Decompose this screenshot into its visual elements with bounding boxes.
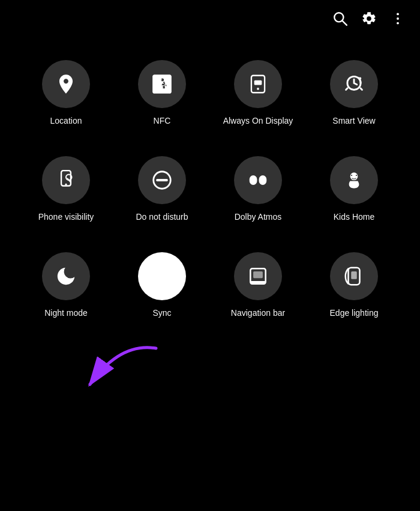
svg-rect-22 [253,271,263,278]
location-tile[interactable]: Location [18,48,114,144]
dnd-label: Do not disturb [136,211,188,222]
nfc-tile[interactable]: NFC NFC [114,48,210,144]
more-options-icon[interactable] [390,11,406,30]
location-icon-circle [42,60,90,108]
aod-icon-circle [234,60,282,108]
location-label: Location [50,115,82,126]
dnd-icon-circle [138,156,186,204]
search-icon[interactable] [332,11,348,30]
nfc-label: NFC [154,115,171,126]
svg-text:NFC: NFC [155,82,169,89]
svg-rect-15 [250,175,257,185]
smart-view-tile[interactable]: Smart View [306,48,402,144]
svg-rect-16 [259,175,267,185]
top-bar [0,0,420,36]
phone-visibility-label: Phone visibility [38,211,94,222]
svg-point-3 [397,17,399,20]
smart-view-label: Smart View [332,115,375,126]
navigation-bar-tile[interactable]: Navigation bar [210,240,306,336]
svg-point-8 [257,88,259,90]
night-mode-icon-circle [42,252,90,300]
sync-tile[interactable]: Sync [114,240,210,336]
dolby-atmos-tile[interactable]: Dolby Atmos [210,144,306,240]
nfc-icon-circle: NFC [138,60,186,108]
kids-home-tile[interactable]: Kids Home [306,144,402,240]
arrow-annotation [60,336,180,408]
svg-point-19 [356,175,357,176]
svg-rect-7 [254,80,262,85]
dolby-icon-circle [234,156,282,204]
edge-lighting-tile[interactable]: Edge lighting [306,240,402,336]
navbar-icon-circle [234,252,282,300]
phone-visibility-icon-circle [42,156,90,204]
settings-icon[interactable] [361,11,377,30]
kids-home-label: Kids Home [334,211,374,222]
svg-point-4 [397,22,399,25]
kids-home-icon-circle [330,156,378,204]
dnd-tile[interactable]: Do not disturb [114,144,210,240]
svg-point-2 [397,13,399,15]
svg-rect-24 [351,271,357,279]
edge-lighting-icon-circle [330,252,378,300]
dolby-label: Dolby Atmos [235,211,282,222]
svg-point-9 [359,77,361,80]
phone-visibility-tile[interactable]: Phone visibility [18,144,114,240]
sync-label: Sync [152,307,171,318]
svg-line-1 [343,21,347,25]
sync-icon-circle [138,252,186,300]
smart-view-icon-circle [330,60,378,108]
svg-point-18 [351,175,352,176]
svg-point-11 [65,184,67,186]
navbar-label: Navigation bar [231,307,285,318]
night-mode-tile[interactable]: Night mode [18,240,114,336]
night-mode-label: Night mode [44,307,88,318]
svg-rect-21 [250,281,265,284]
aod-label: Always On Display [223,115,293,126]
always-on-display-tile[interactable]: Always On Display [210,48,306,144]
edge-lighting-label: Edge lighting [330,307,379,318]
quick-settings-grid: Location NFC NFC Always On Display [0,36,420,337]
